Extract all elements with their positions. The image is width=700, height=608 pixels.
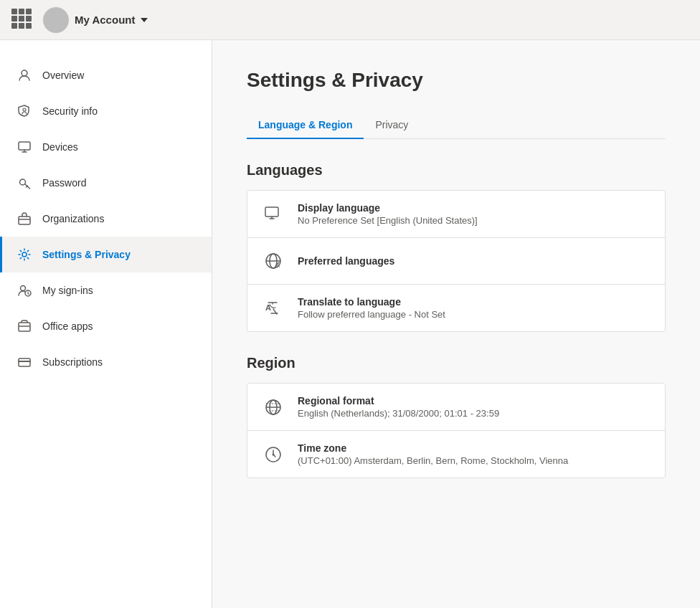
preferred-languages-text: Preferred languages — [298, 255, 394, 267]
waffle-dot — [11, 23, 17, 29]
region-section-title: Region — [247, 355, 666, 371]
clock-globe-icon — [262, 443, 285, 466]
sidebar-item-subscriptions[interactable]: Subscriptions — [0, 344, 212, 380]
chevron-down-icon — [141, 18, 148, 22]
waffle-dot — [19, 16, 24, 22]
sidebar-label-subscriptions: Subscriptions — [42, 356, 103, 368]
sidebar-label-organizations: Organizations — [42, 213, 104, 224]
page-title: Settings & Privacy — [247, 69, 666, 92]
sidebar-item-security-info[interactable]: Security info — [0, 93, 212, 129]
svg-rect-8 — [19, 323, 30, 331]
sidebar-label-security-info: Security info — [42, 105, 98, 117]
sidebar-label-devices: Devices — [42, 141, 78, 153]
display-language-text: Display language No Preference Set [Engl… — [298, 202, 478, 226]
waffle-dot — [11, 16, 17, 22]
regional-format-item[interactable]: Regional format English (Netherlands); 3… — [247, 384, 665, 431]
briefcase-icon — [16, 211, 32, 227]
svg-point-1 — [23, 108, 26, 111]
waffle-dot — [19, 9, 24, 14]
svg-rect-4 — [19, 217, 30, 224]
sidebar-item-devices[interactable]: Devices — [0, 129, 212, 165]
time-zone-value: (UTC+01:00) Amsterdam, Berlin, Bern, Rom… — [298, 455, 568, 466]
globe-region-icon — [262, 396, 285, 419]
tab-language-region[interactable]: Language & Region — [247, 112, 364, 139]
translate-language-value: Follow preferred language - Not Set — [298, 309, 445, 320]
sidebar-item-organizations[interactable]: Organizations — [0, 201, 212, 237]
gear-icon — [16, 247, 32, 262]
svg-rect-9 — [19, 358, 30, 366]
waffle-dot — [26, 16, 32, 22]
translate-language-text: Translate to language Follow preferred l… — [298, 296, 445, 320]
header-title-text: My Account — [75, 14, 135, 26]
regional-format-label: Regional format — [298, 395, 499, 407]
regional-format-text: Regional format English (Netherlands); 3… — [298, 395, 499, 419]
globe-translate-icon: A — [262, 250, 285, 272]
sidebar-item-overview[interactable]: Overview — [0, 57, 212, 93]
time-zone-text: Time zone (UTC+01:00) Amsterdam, Berlin,… — [298, 442, 568, 466]
waffle-button[interactable] — [11, 9, 34, 32]
sidebar-item-password[interactable]: Password — [0, 165, 212, 201]
svg-rect-10 — [265, 207, 278, 217]
translate-language-item[interactable]: A Translate to language Follow preferred… — [247, 285, 665, 331]
svg-point-5 — [22, 252, 27, 257]
svg-text:A: A — [265, 303, 271, 312]
display-language-item[interactable]: Display language No Preference Set [Engl… — [247, 191, 665, 238]
display-language-label: Display language — [298, 202, 478, 214]
avatar — [43, 7, 69, 33]
tabs-bar: Language & Region Privacy — [247, 112, 666, 139]
waffle-dot — [26, 9, 32, 14]
translate-language-label: Translate to language — [298, 296, 445, 308]
main-content: Settings & Privacy Language & Region Pri… — [212, 40, 700, 608]
sidebar-label-password: Password — [42, 177, 86, 189]
waffle-dot — [11, 9, 17, 14]
sidebar-item-my-sign-ins[interactable]: My sign-ins — [0, 272, 212, 308]
person-clock-icon — [16, 282, 32, 298]
person-icon — [16, 67, 32, 83]
monitor-icon — [16, 139, 32, 155]
waffle-dot — [26, 23, 32, 29]
svg-point-6 — [21, 286, 26, 291]
svg-rect-2 — [19, 142, 30, 150]
sidebar-item-office-apps[interactable]: Office apps — [0, 308, 212, 344]
card-icon — [16, 354, 32, 370]
time-zone-item[interactable]: Time zone (UTC+01:00) Amsterdam, Berlin,… — [247, 431, 665, 478]
languages-section-title: Languages — [247, 162, 666, 179]
languages-card-list: Display language No Preference Set [Engl… — [247, 190, 666, 332]
sidebar-item-settings-privacy[interactable]: Settings & Privacy — [0, 237, 212, 272]
sidebar-label-settings-privacy: Settings & Privacy — [42, 249, 131, 260]
svg-point-0 — [22, 70, 27, 76]
app-header: My Account — [0, 0, 700, 40]
svg-point-18 — [273, 453, 275, 455]
shield-person-icon — [16, 103, 32, 119]
my-account-menu[interactable]: My Account — [75, 14, 148, 26]
office-icon — [16, 318, 32, 334]
preferred-languages-label: Preferred languages — [298, 255, 394, 267]
sidebar-label-overview: Overview — [42, 70, 84, 81]
main-layout: Overview Security info Devices Password — [0, 40, 700, 608]
preferred-languages-item[interactable]: A Preferred languages — [247, 238, 665, 285]
key-icon — [16, 175, 32, 191]
region-card-list: Regional format English (Netherlands); 3… — [247, 383, 666, 478]
time-zone-label: Time zone — [298, 442, 568, 454]
tab-privacy[interactable]: Privacy — [364, 112, 420, 139]
waffle-dot — [19, 23, 24, 29]
display-language-value: No Preference Set [English (United State… — [298, 215, 478, 226]
translate-icon: A — [262, 297, 285, 320]
sidebar-label-office-apps: Office apps — [42, 320, 93, 332]
regional-format-value: English (Netherlands); 31/08/2000; 01:01… — [298, 408, 499, 419]
sidebar-label-my-sign-ins: My sign-ins — [42, 285, 93, 296]
monitor-small-icon — [262, 203, 285, 226]
sidebar: Overview Security info Devices Password — [0, 40, 212, 608]
